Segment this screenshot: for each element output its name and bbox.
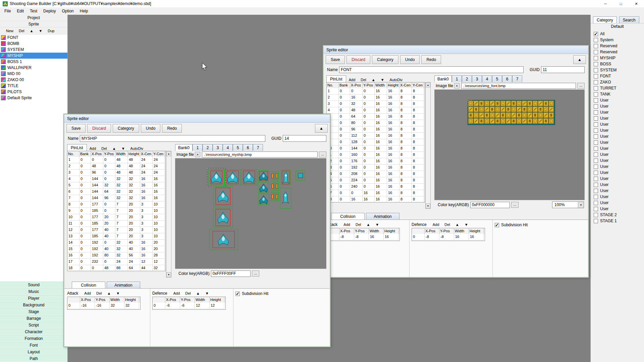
table-cell[interactable]: 0 bbox=[103, 201, 115, 208]
table-cell[interactable]: 20 bbox=[103, 214, 115, 221]
attack-table[interactable]: 0-16-163232 bbox=[67, 303, 141, 310]
table-cell[interactable]: 24 bbox=[153, 163, 165, 170]
image-path-field[interactable]: ..\resources\img_font.bmp bbox=[461, 83, 576, 89]
image-browse-button[interactable]: ... bbox=[577, 83, 585, 89]
table-cell[interactable]: 8 bbox=[412, 126, 424, 133]
table-cell[interactable]: 28 bbox=[153, 252, 165, 259]
table-cell[interactable]: 0 bbox=[79, 259, 91, 265]
table-cell[interactable]: 10 bbox=[67, 214, 79, 221]
table-row[interactable]: 11018520720310 bbox=[67, 221, 165, 227]
table-cell[interactable]: 16 bbox=[375, 126, 387, 133]
filter-item-3-reserved[interactable]: Reserved bbox=[591, 49, 644, 55]
table-cell[interactable]: 16 bbox=[387, 177, 399, 184]
table-cell[interactable]: 144 bbox=[91, 189, 103, 195]
table-cell[interactable]: 16 bbox=[387, 152, 399, 158]
table-cell[interactable]: 20 bbox=[128, 208, 140, 214]
table-cell[interactable]: 0 bbox=[103, 163, 115, 170]
filter-item-29-user[interactable]: User bbox=[591, 206, 644, 212]
table-cell[interactable]: 16 bbox=[140, 195, 153, 201]
editor-titlebar[interactable]: Sprite editor bbox=[64, 115, 330, 123]
sprite-item-pilots[interactable]: PILOTS bbox=[0, 89, 67, 95]
table-cell[interactable]: 7 bbox=[115, 208, 128, 214]
table-cell[interactable]: 1 bbox=[67, 157, 79, 163]
table-cell[interactable]: 0 bbox=[363, 177, 375, 184]
sprite-sheet-canvas[interactable] bbox=[434, 89, 585, 200]
tab-ptnlist[interactable]: PtnList bbox=[326, 75, 346, 82]
table-row[interactable]: 20160161688 bbox=[327, 95, 425, 101]
table-cell[interactable]: 16 bbox=[375, 139, 387, 145]
table-cell[interactable]: 192 bbox=[91, 240, 103, 246]
bank-tab-4[interactable]: 4 bbox=[482, 75, 492, 82]
table-cell[interactable]: 0 bbox=[339, 114, 350, 120]
table-cell[interactable]: 0 bbox=[79, 227, 91, 233]
table-cell[interactable]: 16 bbox=[375, 171, 387, 177]
filter-checkbox[interactable] bbox=[594, 92, 598, 97]
table-cell[interactable]: 0 bbox=[79, 252, 91, 259]
table-cell[interactable]: 20 bbox=[128, 201, 140, 208]
bank-tab-7[interactable]: 7 bbox=[253, 144, 263, 151]
table-cell[interactable]: 0 bbox=[79, 182, 91, 189]
guid-input[interactable] bbox=[283, 135, 326, 142]
table-cell[interactable]: 12 bbox=[210, 303, 224, 309]
table-cell[interactable]: 24 bbox=[140, 170, 153, 176]
image-path-field[interactable]: ..\resources\img_myship.bmp bbox=[202, 152, 318, 158]
pattern-add-button[interactable]: Add bbox=[346, 77, 358, 82]
table-row[interactable]: 10017720720310 bbox=[67, 214, 165, 221]
table-cell[interactable]: -8 bbox=[425, 234, 439, 240]
category-button-background[interactable]: Background bbox=[0, 302, 67, 308]
discard-button[interactable]: Discard bbox=[346, 55, 370, 64]
bank-tab-0[interactable]: Bank0 bbox=[434, 75, 452, 82]
table-cell[interactable]: 10 bbox=[153, 214, 165, 221]
table-cell[interactable]: 8 bbox=[412, 196, 424, 202]
table-cell[interactable]: 3 bbox=[140, 233, 153, 240]
table-cell[interactable]: 24 bbox=[115, 259, 128, 265]
filter-checkbox[interactable] bbox=[594, 104, 598, 109]
table-cell[interactable]: 0 bbox=[339, 95, 350, 101]
collapse-button[interactable]: ▲ bbox=[573, 55, 586, 64]
table-cell[interactable]: 0 bbox=[79, 246, 91, 252]
filter-checkbox[interactable] bbox=[594, 56, 598, 60]
defence-add-button[interactable]: Add bbox=[430, 222, 442, 227]
table-cell[interactable]: 2 bbox=[327, 95, 339, 101]
table-cell[interactable]: 16 bbox=[387, 190, 399, 196]
table-cell[interactable]: 0 bbox=[363, 165, 375, 171]
table-cell[interactable]: 0 bbox=[339, 133, 350, 139]
table-row[interactable]: 0-8-81616 bbox=[412, 234, 485, 240]
table-cell[interactable]: 16 bbox=[375, 184, 387, 190]
filter-checkbox[interactable] bbox=[594, 140, 598, 145]
table-row[interactable]: 12017740720310 bbox=[67, 227, 165, 233]
table-cell[interactable]: 16 bbox=[375, 107, 387, 114]
table-cell[interactable]: 0 bbox=[79, 233, 91, 240]
filter-checkbox[interactable] bbox=[594, 134, 598, 139]
table-cell[interactable]: 0 bbox=[79, 157, 91, 163]
subdivision-hit-checkbox[interactable]: ✓ bbox=[235, 292, 240, 296]
table-row[interactable]: 0-8-81616 bbox=[327, 234, 399, 240]
filter-item-8-zako[interactable]: ZAKO bbox=[591, 79, 644, 85]
table-cell[interactable]: 177 bbox=[91, 214, 103, 221]
close-button[interactable]: ✕ bbox=[629, 0, 644, 7]
table-cell[interactable]: 16 bbox=[387, 165, 399, 171]
scroll-up-icon[interactable]: ▲ bbox=[166, 151, 171, 156]
table-cell[interactable]: 16 bbox=[454, 234, 469, 240]
table-cell[interactable]: 8 bbox=[399, 101, 412, 107]
table-cell[interactable]: -8 bbox=[339, 234, 354, 240]
table-cell[interactable]: 32 bbox=[128, 182, 140, 189]
table-cell[interactable]: 8 bbox=[412, 177, 424, 184]
table-cell[interactable]: 16 bbox=[469, 234, 484, 240]
pattern-up-button[interactable]: ▲ bbox=[369, 77, 378, 82]
table-cell[interactable]: 16 bbox=[140, 176, 153, 182]
defence-down-button[interactable]: ▼ bbox=[462, 222, 471, 227]
category-button-player[interactable]: Player bbox=[0, 295, 67, 302]
bank-tab-5[interactable]: 5 bbox=[233, 144, 243, 151]
sprite-item-default-sprite[interactable]: Default Sprite bbox=[0, 95, 67, 101]
table-cell[interactable]: 0 bbox=[350, 88, 363, 95]
table-cell[interactable]: 0 bbox=[363, 158, 375, 165]
table-row[interactable]: 1501924032401620 bbox=[67, 246, 165, 252]
filter-item-10-tank[interactable]: TANK bbox=[591, 91, 644, 97]
sprite-toolbar-button-1[interactable]: Del bbox=[16, 28, 27, 33]
tab-collision[interactable]: Collision bbox=[331, 213, 365, 220]
table-cell[interactable]: 7 bbox=[115, 221, 128, 227]
table-cell[interactable]: 0 bbox=[363, 95, 375, 101]
pattern-table[interactable]: 1000484824242048048482424309604848242440… bbox=[67, 157, 166, 271]
defence-down-button[interactable]: ▼ bbox=[203, 291, 212, 296]
